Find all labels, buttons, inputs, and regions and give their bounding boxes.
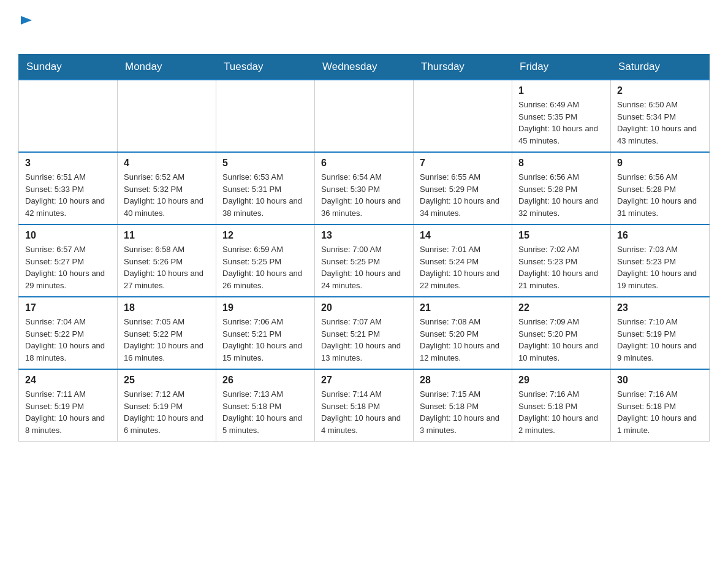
day-info: Sunrise: 7:11 AMSunset: 5:19 PMDaylight:… <box>25 388 111 436</box>
calendar-cell: 14Sunrise: 7:01 AMSunset: 5:24 PMDayligh… <box>414 224 512 297</box>
day-info: Sunrise: 7:07 AMSunset: 5:21 PMDaylight:… <box>321 316 407 364</box>
day-number: 3 <box>25 158 111 169</box>
logo <box>18 12 33 48</box>
day-number: 4 <box>124 158 210 169</box>
day-header-friday: Friday <box>512 55 611 80</box>
calendar-cell: 18Sunrise: 7:05 AMSunset: 5:22 PMDayligh… <box>118 297 216 369</box>
day-info: Sunrise: 7:16 AMSunset: 5:18 PMDaylight:… <box>518 388 604 436</box>
day-number: 10 <box>25 230 111 241</box>
day-info: Sunrise: 6:57 AMSunset: 5:27 PMDaylight:… <box>25 243 111 291</box>
day-number: 21 <box>420 302 506 313</box>
day-info: Sunrise: 7:10 AMSunset: 5:19 PMDaylight:… <box>617 316 703 364</box>
day-number: 30 <box>617 375 703 386</box>
day-info: Sunrise: 6:53 AMSunset: 5:31 PMDaylight:… <box>222 171 308 219</box>
day-info: Sunrise: 6:56 AMSunset: 5:28 PMDaylight:… <box>518 171 604 219</box>
day-info: Sunrise: 7:06 AMSunset: 5:21 PMDaylight:… <box>222 316 308 364</box>
calendar-cell: 10Sunrise: 6:57 AMSunset: 5:27 PMDayligh… <box>19 224 118 297</box>
day-number: 16 <box>617 230 703 241</box>
calendar-cell <box>414 80 512 152</box>
day-number: 12 <box>222 230 308 241</box>
day-number: 11 <box>124 230 210 241</box>
calendar-cell: 6Sunrise: 6:54 AMSunset: 5:30 PMDaylight… <box>315 152 414 224</box>
calendar-cell: 15Sunrise: 7:02 AMSunset: 5:23 PMDayligh… <box>512 224 611 297</box>
calendar-cell: 17Sunrise: 7:04 AMSunset: 5:22 PMDayligh… <box>19 297 118 369</box>
day-info: Sunrise: 7:08 AMSunset: 5:20 PMDaylight:… <box>420 316 506 364</box>
calendar-cell: 21Sunrise: 7:08 AMSunset: 5:20 PMDayligh… <box>414 297 512 369</box>
day-info: Sunrise: 6:52 AMSunset: 5:32 PMDaylight:… <box>124 171 210 219</box>
calendar-cell: 26Sunrise: 7:13 AMSunset: 5:18 PMDayligh… <box>216 369 315 442</box>
day-header-sunday: Sunday <box>19 55 118 80</box>
day-number: 28 <box>420 375 506 386</box>
day-number: 2 <box>617 85 703 96</box>
calendar-cell: 30Sunrise: 7:16 AMSunset: 5:18 PMDayligh… <box>611 369 710 442</box>
calendar-cell <box>118 80 216 152</box>
calendar-header-row: SundayMondayTuesdayWednesdayThursdayFrid… <box>19 55 710 80</box>
calendar-week-row: 10Sunrise: 6:57 AMSunset: 5:27 PMDayligh… <box>19 224 710 297</box>
calendar-cell <box>19 80 118 152</box>
day-info: Sunrise: 7:16 AMSunset: 5:18 PMDaylight:… <box>617 388 703 436</box>
day-number: 13 <box>321 230 407 241</box>
day-info: Sunrise: 6:50 AMSunset: 5:34 PMDaylight:… <box>617 99 703 147</box>
day-info: Sunrise: 6:59 AMSunset: 5:25 PMDaylight:… <box>222 243 308 291</box>
calendar-cell: 23Sunrise: 7:10 AMSunset: 5:19 PMDayligh… <box>611 297 710 369</box>
day-number: 22 <box>518 302 604 313</box>
day-number: 9 <box>617 158 703 169</box>
day-info: Sunrise: 6:55 AMSunset: 5:29 PMDaylight:… <box>420 171 506 219</box>
day-info: Sunrise: 6:54 AMSunset: 5:30 PMDaylight:… <box>321 171 407 219</box>
logo-arrow-icon <box>20 13 33 27</box>
day-number: 19 <box>222 302 308 313</box>
day-header-monday: Monday <box>118 55 216 80</box>
day-number: 23 <box>617 302 703 313</box>
day-info: Sunrise: 6:58 AMSunset: 5:26 PMDaylight:… <box>124 243 210 291</box>
calendar-cell: 1Sunrise: 6:49 AMSunset: 5:35 PMDaylight… <box>512 80 611 152</box>
day-number: 17 <box>25 302 111 313</box>
calendar-week-row: 17Sunrise: 7:04 AMSunset: 5:22 PMDayligh… <box>19 297 710 369</box>
calendar-cell: 22Sunrise: 7:09 AMSunset: 5:20 PMDayligh… <box>512 297 611 369</box>
calendar-cell: 11Sunrise: 6:58 AMSunset: 5:26 PMDayligh… <box>118 224 216 297</box>
day-info: Sunrise: 7:12 AMSunset: 5:19 PMDaylight:… <box>124 388 210 436</box>
calendar-week-row: 3Sunrise: 6:51 AMSunset: 5:33 PMDaylight… <box>19 152 710 224</box>
calendar-week-row: 24Sunrise: 7:11 AMSunset: 5:19 PMDayligh… <box>19 369 710 442</box>
calendar-cell: 28Sunrise: 7:15 AMSunset: 5:18 PMDayligh… <box>414 369 512 442</box>
day-info: Sunrise: 7:13 AMSunset: 5:18 PMDaylight:… <box>222 388 308 436</box>
day-info: Sunrise: 7:14 AMSunset: 5:18 PMDaylight:… <box>321 388 407 436</box>
calendar-cell: 9Sunrise: 6:56 AMSunset: 5:28 PMDaylight… <box>611 152 710 224</box>
day-number: 29 <box>518 375 604 386</box>
calendar-cell <box>315 80 414 152</box>
calendar-cell: 27Sunrise: 7:14 AMSunset: 5:18 PMDayligh… <box>315 369 414 442</box>
calendar-table: SundayMondayTuesdayWednesdayThursdayFrid… <box>18 54 710 442</box>
day-number: 1 <box>518 85 604 96</box>
day-number: 6 <box>321 158 407 169</box>
day-number: 24 <box>25 375 111 386</box>
calendar-cell: 24Sunrise: 7:11 AMSunset: 5:19 PMDayligh… <box>19 369 118 442</box>
day-header-tuesday: Tuesday <box>216 55 315 80</box>
calendar-cell: 29Sunrise: 7:16 AMSunset: 5:18 PMDayligh… <box>512 369 611 442</box>
calendar-cell: 3Sunrise: 6:51 AMSunset: 5:33 PMDaylight… <box>19 152 118 224</box>
day-number: 26 <box>222 375 308 386</box>
calendar-cell: 16Sunrise: 7:03 AMSunset: 5:23 PMDayligh… <box>611 224 710 297</box>
day-info: Sunrise: 6:49 AMSunset: 5:35 PMDaylight:… <box>518 99 604 147</box>
svg-marker-0 <box>21 16 32 25</box>
calendar-cell: 5Sunrise: 6:53 AMSunset: 5:31 PMDaylight… <box>216 152 315 224</box>
calendar-cell: 20Sunrise: 7:07 AMSunset: 5:21 PMDayligh… <box>315 297 414 369</box>
day-info: Sunrise: 7:02 AMSunset: 5:23 PMDaylight:… <box>518 243 604 291</box>
day-info: Sunrise: 7:05 AMSunset: 5:22 PMDaylight:… <box>124 316 210 364</box>
calendar-cell: 25Sunrise: 7:12 AMSunset: 5:19 PMDayligh… <box>118 369 216 442</box>
day-header-thursday: Thursday <box>414 55 512 80</box>
day-info: Sunrise: 7:03 AMSunset: 5:23 PMDaylight:… <box>617 243 703 291</box>
calendar-cell: 12Sunrise: 6:59 AMSunset: 5:25 PMDayligh… <box>216 224 315 297</box>
calendar-cell: 7Sunrise: 6:55 AMSunset: 5:29 PMDaylight… <box>414 152 512 224</box>
calendar-week-row: 1Sunrise: 6:49 AMSunset: 5:35 PMDaylight… <box>19 80 710 152</box>
day-info: Sunrise: 7:00 AMSunset: 5:25 PMDaylight:… <box>321 243 407 291</box>
day-info: Sunrise: 6:51 AMSunset: 5:33 PMDaylight:… <box>25 171 111 219</box>
day-number: 7 <box>420 158 506 169</box>
day-info: Sunrise: 7:15 AMSunset: 5:18 PMDaylight:… <box>420 388 506 436</box>
day-info: Sunrise: 7:09 AMSunset: 5:20 PMDaylight:… <box>518 316 604 364</box>
calendar-cell: 8Sunrise: 6:56 AMSunset: 5:28 PMDaylight… <box>512 152 611 224</box>
day-number: 25 <box>124 375 210 386</box>
day-number: 27 <box>321 375 407 386</box>
day-number: 18 <box>124 302 210 313</box>
calendar-cell <box>216 80 315 152</box>
day-info: Sunrise: 7:04 AMSunset: 5:22 PMDaylight:… <box>25 316 111 364</box>
page-header <box>18 12 710 48</box>
